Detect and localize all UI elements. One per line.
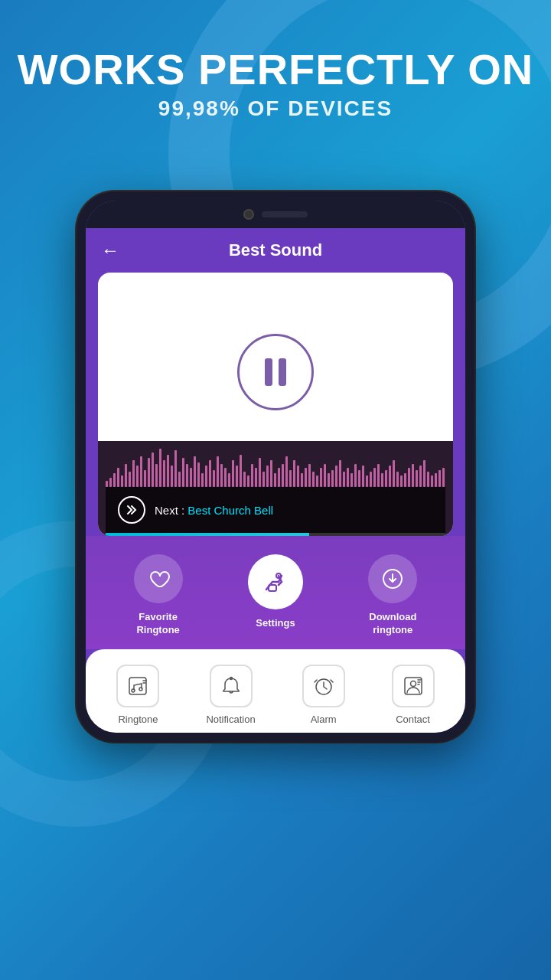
waveform-bar xyxy=(163,460,165,487)
waveform-bar xyxy=(439,470,441,487)
svg-point-5 xyxy=(139,688,142,691)
bottom-tabs: Ringtone Notification xyxy=(86,649,465,733)
waveform-bar xyxy=(274,473,276,487)
waveform-bar xyxy=(144,470,146,487)
waveform-bar xyxy=(285,456,288,487)
waveform-bar xyxy=(262,472,265,487)
waveform-bar xyxy=(396,472,399,487)
waveform-bar xyxy=(366,475,368,487)
contact-icon xyxy=(402,675,425,697)
pause-bar-left xyxy=(265,358,272,386)
waveform-bar xyxy=(312,472,315,487)
next-track-name: Best Church Bell xyxy=(187,504,273,517)
notification-icon-box xyxy=(210,665,253,707)
tab-notification[interactable]: Notification xyxy=(206,665,255,725)
waveform-bar xyxy=(178,472,181,487)
waveform-bar xyxy=(209,460,211,487)
waveform-bar xyxy=(412,464,414,487)
pause-icon xyxy=(265,358,286,386)
waveform-bar xyxy=(243,472,246,487)
waveform-bar xyxy=(148,458,150,487)
waveform-bar xyxy=(335,466,337,487)
phone-frame: ← Best Sound xyxy=(77,191,474,742)
phone-screen: ← Best Sound xyxy=(86,201,465,733)
waveform-bar xyxy=(182,458,184,487)
action-buttons: FavoriteRingtone Settings xyxy=(86,536,465,649)
waveform-bar xyxy=(270,460,272,487)
waveform-bar xyxy=(113,473,116,487)
settings-label: Settings xyxy=(256,617,295,630)
waveform-bar xyxy=(132,460,135,487)
header-section: WORKS PERFECTLY ON 99,98% OF DEVICES xyxy=(0,46,551,121)
waveform-bar xyxy=(324,464,326,487)
notification-icon xyxy=(220,675,243,697)
ringtone-icon xyxy=(126,675,149,697)
waveform-bar xyxy=(435,473,437,487)
tab-contact[interactable]: Contact xyxy=(392,665,435,725)
waveform-bar xyxy=(293,460,295,487)
waveform-bar xyxy=(408,468,410,487)
waveform-bar xyxy=(174,450,177,487)
waveform-bar xyxy=(136,466,139,487)
waveform-bar xyxy=(381,473,383,487)
back-button[interactable]: ← xyxy=(101,240,119,261)
waveform-bar xyxy=(320,468,322,487)
waveform-bar xyxy=(347,468,349,487)
speaker xyxy=(262,211,308,217)
waveform-bar xyxy=(155,464,158,487)
download-icon-circle xyxy=(368,554,417,603)
waveform-bar xyxy=(259,458,261,487)
waveform-container: Next : Best Church Bell xyxy=(98,441,453,536)
download-icon xyxy=(382,568,403,590)
waveform-bar xyxy=(305,468,307,487)
waveform-bar xyxy=(423,460,425,487)
waveform-bar xyxy=(404,473,406,487)
waveform-bar xyxy=(370,472,372,487)
waveform-bar xyxy=(140,456,142,487)
waveform-bar xyxy=(416,470,418,487)
waveform-bar xyxy=(442,468,445,487)
alarm-icon xyxy=(312,675,335,697)
next-label: Next : Best Church Bell xyxy=(155,504,273,517)
waveform-bar xyxy=(339,460,341,487)
settings-button[interactable]: Settings xyxy=(248,554,303,637)
waveform-bar xyxy=(389,466,391,487)
heart-icon xyxy=(148,568,169,590)
notification-tab-label: Notification xyxy=(206,714,255,725)
svg-point-4 xyxy=(132,689,135,692)
progress-bar xyxy=(106,533,445,536)
waveform-bar xyxy=(117,468,119,487)
waveform-bar xyxy=(266,466,269,487)
waveform-bar xyxy=(385,470,387,487)
app-title: Best Sound xyxy=(229,240,322,260)
notch-cutout xyxy=(199,201,352,228)
waveform-bar xyxy=(316,475,318,487)
download-button[interactable]: Downloadringtone xyxy=(368,554,417,637)
tab-ringtone[interactable]: Ringtone xyxy=(116,665,159,725)
waveform xyxy=(106,449,445,487)
pause-button[interactable] xyxy=(237,334,314,410)
waveform-bar xyxy=(167,455,169,487)
waveform-bar xyxy=(331,470,334,487)
contact-tab-label: Contact xyxy=(396,714,430,725)
waveform-bar xyxy=(152,452,154,487)
waveform-bar xyxy=(129,472,131,487)
favorite-button[interactable]: FavoriteRingtone xyxy=(134,554,183,637)
next-track-bar[interactable]: Next : Best Church Bell xyxy=(106,487,445,533)
waveform-bar xyxy=(240,455,242,487)
ringtone-icon-box xyxy=(116,665,159,707)
pause-bar-right xyxy=(279,358,286,386)
waveform-bar xyxy=(220,464,223,487)
camera xyxy=(243,209,254,220)
tab-alarm[interactable]: Alarm xyxy=(302,665,345,725)
favorite-label: FavoriteRingtone xyxy=(136,611,179,637)
waveform-bar xyxy=(194,456,196,487)
phone-notch xyxy=(86,201,465,228)
waveform-bar xyxy=(297,466,299,487)
header-subtitle: 99,98% OF DEVICES xyxy=(0,96,551,121)
waveform-bar xyxy=(201,473,204,487)
favorite-icon-circle xyxy=(134,554,183,603)
waveform-bar xyxy=(228,473,230,487)
waveform-bar xyxy=(431,475,433,487)
settings-icon xyxy=(262,568,289,596)
